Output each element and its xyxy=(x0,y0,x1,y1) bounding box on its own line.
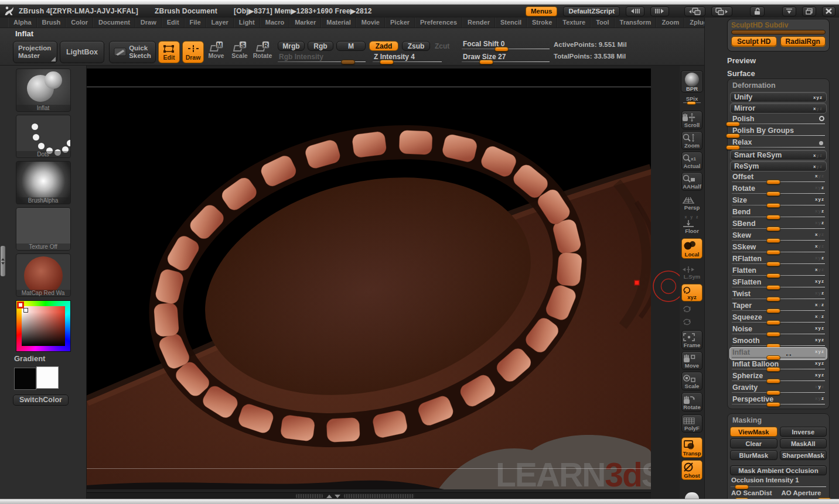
def-slider-smooth[interactable]: Smoothxyz xyxy=(730,336,827,348)
def-slider-handle[interactable] xyxy=(726,145,740,150)
occlusion-intensity-slider[interactable]: Occlusion Intensity 1 xyxy=(730,476,827,488)
zsub-button[interactable]: Zsub xyxy=(402,41,430,51)
def-slider-squeeze[interactable]: Squeezexyz xyxy=(730,313,827,324)
aahalf-button[interactable]: AAHalf xyxy=(681,172,702,191)
menu-item-transform[interactable]: Transform xyxy=(615,18,657,28)
mrgb-button[interactable]: Mrgb xyxy=(278,41,305,51)
menu-item-document[interactable]: Document xyxy=(93,18,135,28)
axis-toggle-z[interactable]: z xyxy=(821,314,824,319)
def-slider-perspective[interactable]: Perspectivexyz xyxy=(730,395,827,406)
menu-item-render[interactable]: Render xyxy=(462,18,495,28)
def-slider-sflatten[interactable]: SFlattenxyz xyxy=(730,277,827,289)
main-color-swatch[interactable] xyxy=(14,368,36,390)
def-slider-size[interactable]: Sizexyz xyxy=(730,196,827,207)
default-zscript-button[interactable]: DefaultZScript xyxy=(563,6,620,16)
lock-icon[interactable] xyxy=(750,6,765,16)
xyz-button[interactable]: xyz xyxy=(681,284,702,301)
color-picker-sv-square[interactable] xyxy=(22,306,65,346)
scrollbar-grip-right[interactable] xyxy=(344,494,414,498)
rotate-mode-button[interactable]: R Rotate xyxy=(252,42,273,59)
m-button[interactable]: M xyxy=(336,41,366,51)
section-preview[interactable]: Preview xyxy=(727,56,830,65)
axis-toggle-z[interactable]: z xyxy=(821,267,824,272)
def-slider-inflat[interactable]: Inflatxyz↔ xyxy=(730,348,827,359)
menu-item-marker[interactable]: Marker xyxy=(289,18,321,28)
dock-left-tray-icon[interactable] xyxy=(684,6,705,16)
rotate-button[interactable]: Rotate xyxy=(681,392,702,412)
menu-item-material[interactable]: Material xyxy=(321,18,356,28)
axis-toggle-z[interactable]: z xyxy=(821,185,824,190)
rgb-intensity-slider[interactable]: Rgb Intensity xyxy=(278,53,366,63)
axis-toggle-z[interactable]: z xyxy=(821,197,824,202)
tray-item-matcap-red-wa[interactable]: MatCap Red Wa xyxy=(16,253,71,297)
axis-toggle-z[interactable]: z xyxy=(821,173,824,179)
ghost-button[interactable]: Ghost xyxy=(681,460,702,480)
move-button[interactable]: Move xyxy=(681,351,702,370)
masking-header[interactable]: Masking xyxy=(730,415,827,426)
axis-toggle-z[interactable]: z xyxy=(820,106,823,111)
axis-toggle-z[interactable]: z xyxy=(820,153,823,158)
axis-toggle-z[interactable]: z xyxy=(821,244,824,249)
axis-toggle-z[interactable]: z xyxy=(820,95,823,100)
bpr-button[interactable]: BPR xyxy=(681,70,703,92)
axis-toggle-z[interactable]: z xyxy=(821,290,824,296)
axis-toggle-z[interactable]: z xyxy=(821,349,824,354)
def-slider-polish-by-groups[interactable]: Polish By Groups xyxy=(730,126,827,138)
mask-ambient-occlusion-button[interactable]: Mask Ambient Occlusion xyxy=(730,465,827,475)
tray-item-texture-off[interactable]: Texture Off xyxy=(16,207,71,251)
scroll-down-icon[interactable] xyxy=(335,495,340,498)
def-slider-sskew[interactable]: SSkewxyz xyxy=(730,242,827,254)
deformation-header[interactable]: Deformation xyxy=(730,80,827,91)
dock-right-tray-icon[interactable] xyxy=(711,6,732,16)
radialrgn-button[interactable]: RadialRgn xyxy=(780,36,826,46)
menu-item-alpha[interactable]: Alpha xyxy=(8,18,37,28)
menu-item-stroke[interactable]: Stroke xyxy=(527,18,557,28)
menu-item-edit[interactable]: Edit xyxy=(162,18,185,28)
menu-item-brush[interactable]: Brush xyxy=(37,18,66,28)
close-button[interactable] xyxy=(822,6,835,16)
switch-color-button[interactable]: SwitchColor xyxy=(13,395,69,406)
spix-button[interactable]: SPix xyxy=(681,95,702,106)
def-button-smart-resym[interactable]: Smart ReSymxyz xyxy=(730,150,827,160)
clear-button[interactable]: Clear xyxy=(730,438,777,448)
scroll-up-icon[interactable] xyxy=(326,495,332,498)
canvas-scrollbar[interactable] xyxy=(87,492,651,499)
menu-item-layer[interactable]: Layer xyxy=(206,18,234,28)
z-intensity-handle[interactable] xyxy=(380,60,394,64)
tray-notch-handle[interactable] xyxy=(685,492,699,499)
menu-item-texture[interactable]: Texture xyxy=(557,18,591,28)
def-button-mirror[interactable]: Mirrorxyz xyxy=(730,103,827,114)
spin-y-button[interactable]: y xyxy=(681,303,702,314)
menu-item-stencil[interactable]: Stencil xyxy=(495,18,527,28)
def-slider-bend[interactable]: Bendxyz xyxy=(730,207,827,219)
sharpenmask-button[interactable]: SharpenMask xyxy=(780,450,827,460)
axis-toggle-z[interactable]: z xyxy=(821,255,824,260)
def-slider-spherize[interactable]: Spherizexyz xyxy=(730,371,827,383)
zcut-button[interactable]: Zcut xyxy=(435,42,449,50)
axis-toggle-z[interactable]: z xyxy=(821,279,824,284)
def-slider-offset[interactable]: Offsetxyz xyxy=(730,172,827,184)
def-slider-sbend[interactable]: SBendxyz xyxy=(730,219,827,231)
scroll-palettes-left-button[interactable] xyxy=(626,6,644,16)
viewmask-button[interactable]: ViewMask xyxy=(730,427,777,437)
zoom-button[interactable]: Zoom xyxy=(681,131,702,150)
axis-toggle-z[interactable]: z xyxy=(821,396,824,401)
scroll-button[interactable]: Scroll xyxy=(681,111,702,129)
spin-z-button[interactable]: z xyxy=(681,316,702,327)
menu-item-light[interactable]: Light xyxy=(234,18,260,28)
transp-button[interactable]: Transp xyxy=(681,437,702,458)
def-slider-taper[interactable]: Taperxyz xyxy=(730,301,827,313)
axis-toggle-z[interactable]: z xyxy=(821,220,824,225)
restore-button[interactable] xyxy=(802,6,816,16)
menu-item-file[interactable]: File xyxy=(185,18,206,28)
def-slider-relax[interactable]: Relax xyxy=(730,138,827,149)
local-button[interactable]: Local xyxy=(681,238,702,259)
tray-item-inflat[interactable]: Inflat xyxy=(16,68,71,112)
def-slider-inflat-balloon[interactable]: Inflat Balloonxyz xyxy=(730,359,827,371)
actual-button[interactable]: x1Actual xyxy=(681,152,702,170)
zadd-button[interactable]: Zadd xyxy=(369,41,398,51)
axis-toggle-z[interactable]: z xyxy=(821,372,824,378)
quick-sketch-button[interactable]: Quick Sketch xyxy=(109,41,156,63)
section-surface[interactable]: Surface xyxy=(727,69,830,78)
menu-item-draw[interactable]: Draw xyxy=(135,18,162,28)
